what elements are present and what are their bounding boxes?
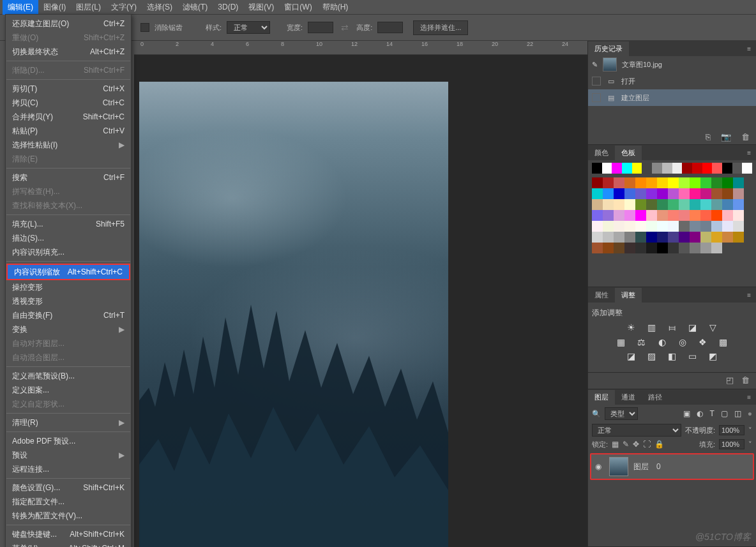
swatch[interactable]: [614, 243, 624, 253]
swatch[interactable]: [733, 188, 744, 199]
swatch[interactable]: [657, 221, 668, 232]
swatch[interactable]: [624, 221, 635, 232]
swatch[interactable]: [690, 188, 700, 199]
swatch[interactable]: [668, 177, 679, 188]
swatch[interactable]: [700, 199, 711, 210]
swatch[interactable]: [657, 232, 668, 243]
swatch[interactable]: [603, 199, 614, 210]
menu-文字(Y)[interactable]: 文字(Y): [106, 0, 142, 15]
swatch[interactable]: [624, 188, 635, 199]
swatch[interactable]: [672, 163, 683, 174]
menu-选择(S)[interactable]: 选择(S): [142, 0, 178, 15]
lock-all-icon[interactable]: 🔒: [654, 440, 664, 449]
swatch[interactable]: [690, 199, 700, 210]
swatch[interactable]: [603, 177, 614, 188]
new-doc-from-state-icon[interactable]: ⎘: [706, 132, 711, 142]
swatch[interactable]: [690, 221, 700, 232]
swatch[interactable]: [614, 177, 624, 188]
swatch[interactable]: [657, 177, 668, 188]
menu-item-填充(L)...[interactable]: 填充(L)...Shift+F5: [6, 217, 131, 231]
bw-icon[interactable]: ◐: [656, 337, 668, 347]
swatch[interactable]: [614, 188, 624, 199]
swatch[interactable]: [592, 199, 603, 210]
menu-item-内容识别填充...[interactable]: 内容识别填充...: [6, 245, 131, 259]
swatch[interactable]: [592, 221, 603, 232]
swatch[interactable]: [722, 199, 733, 210]
opacity-chevron-icon[interactable]: ˅: [748, 426, 752, 435]
swatch[interactable]: [635, 188, 646, 199]
menu-帮助(H)[interactable]: 帮助(H): [317, 0, 354, 15]
swatch[interactable]: [657, 199, 668, 210]
swatch[interactable]: [668, 243, 679, 253]
menu-item-操控变形[interactable]: 操控变形: [6, 280, 131, 294]
menu-item-粘贴(P)[interactable]: 粘贴(P)Ctrl+V: [6, 124, 131, 138]
swatch[interactable]: [733, 177, 744, 188]
menu-item-颜色设置(G)...[interactable]: 颜色设置(G)...Shift+Ctrl+K: [6, 481, 131, 495]
menu-item-内容识别缩放[interactable]: 内容识别缩放Alt+Shift+Ctrl+C: [8, 265, 129, 279]
swatch[interactable]: [657, 188, 668, 199]
swatch[interactable]: [711, 188, 722, 199]
layer-kind-select[interactable]: 类型: [605, 407, 638, 420]
swatch[interactable]: [646, 243, 657, 253]
history-step-newlayer[interactable]: ▤ 建立图层: [588, 89, 756, 106]
swatch[interactable]: [612, 163, 622, 174]
swatch[interactable]: [635, 243, 646, 253]
canvas-area[interactable]: [134, 55, 587, 547]
filter-image-icon[interactable]: ▣: [683, 409, 690, 418]
swatch[interactable]: [668, 221, 679, 232]
swatch[interactable]: [624, 177, 635, 188]
menu-item-合并拷贝(Y)[interactable]: 合并拷贝(Y)Shift+Ctrl+C: [6, 110, 131, 124]
menu-item-指定配置文件...[interactable]: 指定配置文件...: [6, 495, 131, 509]
swatch[interactable]: [614, 199, 624, 210]
menu-视图(V)[interactable]: 视图(V): [243, 0, 279, 15]
hue-icon[interactable]: ▦: [616, 337, 627, 347]
swatch[interactable]: [603, 188, 614, 199]
menu-item-转换为配置文件(V)...[interactable]: 转换为配置文件(V)...: [6, 509, 131, 523]
menu-item-选择性粘贴(I)[interactable]: 选择性粘贴(I)▶: [6, 138, 131, 152]
swatch[interactable]: [700, 243, 711, 253]
swatch[interactable]: [742, 163, 752, 174]
swatch[interactable]: [700, 221, 711, 232]
menu-item-透视变形[interactable]: 透视变形: [6, 294, 131, 308]
swatch[interactable]: [702, 163, 713, 174]
swatch[interactable]: [614, 232, 624, 243]
swatch[interactable]: [711, 199, 722, 210]
filter-toggle-icon[interactable]: ●: [748, 409, 752, 418]
swatch[interactable]: [632, 163, 642, 174]
vibrance-icon[interactable]: ▽: [707, 322, 719, 333]
menu-item-剪切(T)[interactable]: 剪切(T)Ctrl+X: [6, 82, 131, 96]
swatch[interactable]: [711, 210, 722, 221]
height-field[interactable]: [377, 22, 403, 33]
swatch[interactable]: [622, 163, 632, 174]
swatch[interactable]: [711, 243, 722, 253]
menu-item-描边(S)...[interactable]: 描边(S)...: [6, 231, 131, 245]
swatch[interactable]: [679, 210, 690, 221]
menu-item-还原建立图层(O)[interactable]: 还原建立图层(O)Ctrl+Z: [6, 17, 131, 31]
swatch[interactable]: [722, 221, 733, 232]
swatch[interactable]: [646, 188, 657, 199]
photo-filter-icon[interactable]: ◎: [677, 337, 688, 347]
filter-text-icon[interactable]: T: [709, 409, 714, 418]
gradient-map-icon[interactable]: ▭: [687, 351, 699, 361]
swap-icon[interactable]: ⇄: [338, 22, 351, 33]
swatch[interactable]: [682, 163, 692, 174]
swatch[interactable]: [603, 243, 614, 253]
tab-properties[interactable]: 属性: [588, 288, 615, 303]
swatch[interactable]: [711, 177, 722, 188]
swatch[interactable]: [668, 232, 679, 243]
swatch[interactable]: [657, 210, 668, 221]
blend-mode-select[interactable]: 正常: [592, 424, 681, 437]
swatch[interactable]: [712, 163, 722, 174]
swatch[interactable]: [646, 177, 657, 188]
swatch[interactable]: [603, 210, 614, 221]
selective-color-icon[interactable]: ◩: [707, 351, 719, 361]
menu-item-Adobe PDF 预设...[interactable]: Adobe PDF 预设...: [6, 434, 131, 448]
panel-menu-icon[interactable]: ≡: [742, 394, 756, 401]
swatch[interactable]: [592, 243, 603, 253]
swatch[interactable]: [668, 210, 679, 221]
swatch[interactable]: [679, 243, 690, 253]
menu-item-远程连接...[interactable]: 远程连接...: [6, 462, 131, 476]
tab-adjustments[interactable]: 调整: [615, 288, 642, 303]
swatch[interactable]: [668, 199, 679, 210]
antialias-check[interactable]: [140, 23, 149, 32]
